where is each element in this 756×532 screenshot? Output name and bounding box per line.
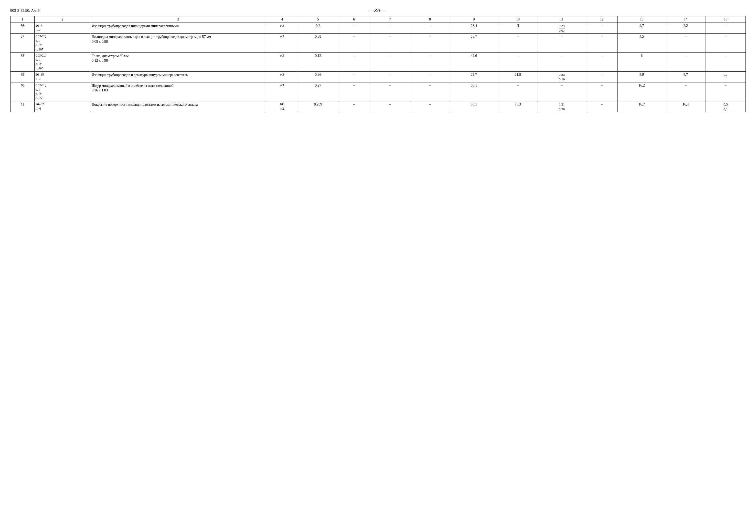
table-row: 39 26–154–2 Изоляция трубопроводов и арм… [11,71,746,82]
row-38-col3: То же, диаметром 89 мм0,12 х 0,98 [90,52,266,71]
row-38-col7: – [370,52,410,71]
row-41-col12: – [586,101,618,112]
row-38-col4: м3 [266,52,298,71]
col-header-9: 9 [450,16,498,23]
col-header-2: 2 [34,16,90,23]
row-36-col12: – [586,23,618,34]
row-41-col11-frac: 1,21 0,38 [559,102,565,111]
row-36-col3: Изоляция трубопроводов цилиндрами минера… [90,23,266,34]
row-40-col8: – [410,82,450,101]
row-41-col10: 78,3 [498,101,538,112]
row-39-col7: – [370,71,410,82]
row-36-col8: – [410,23,450,34]
row-40-col13: 16,2 [618,82,666,101]
col-header-12: 12 [586,16,618,23]
col-header-4: 4 [266,16,298,23]
row-39-col11-frac: 0,33 0,10 [559,73,565,81]
row-39-col13: 5,9 [618,71,666,82]
row-36-col6: – [338,23,370,34]
row-39-col5: 0,26 [298,71,338,82]
row-37-col8: – [410,34,450,52]
header-row: 1 2 3 4 5 6 7 8 9 10 11 12 13 14 15 [11,16,746,23]
row-41-col8: – [410,101,450,112]
row-39-col2: 26–154–2 [34,71,90,82]
table-row: 41 26–62II–6 Покрытие поверхности изоляц… [11,101,746,112]
col-header-5: 5 [298,16,338,23]
row-39-col14: 5,7 [666,71,706,82]
row-36-col11: 0,24 0,07 [538,23,586,34]
page-ref: 903-2-32.90. Ал. 5 [10,9,40,13]
col-header-7: 7 [370,16,410,23]
col-header-10: 10 [498,16,538,23]
col-header-6: 6 [338,16,370,23]
row-36-col11-frac: 0,24 0,07 [559,24,565,33]
row-39-col12: – [586,71,618,82]
row-40-col7: – [370,82,410,101]
row-38-col9: 49,6 [450,52,498,71]
row-37-col2: ССРСЦч. Iр. IУп. 207 [34,34,90,52]
row-38-col11: – [538,52,586,71]
table-row: 37 ССРСЦч. Iр. IУп. 207 Цилиндры минерал… [11,34,746,52]
row-40-col2: ССРСЦч. Iр. IУп. 350 [34,82,90,101]
row-36-col10: II [498,23,538,34]
row-36-col4: м3 [266,23,298,34]
page-number: —36— [369,8,386,13]
row-41-col4: 100м2 [266,101,298,112]
row-38-col15: – [706,52,745,71]
row-36-col5: 0,2 [298,23,338,34]
row-41-col15-frac: 0,3 0,1 [723,102,728,111]
row-39-col15-frac: 0,1 – [724,73,728,81]
row-40-col12: – [586,82,618,101]
row-40-col6: – [338,82,370,101]
row-36-col15: – [706,23,745,34]
row-38-col2: ССРСЦч. Iр. IУп. 208 [34,52,90,71]
col-header-15: 15 [706,16,745,23]
row-41-col11: 1,21 0,38 [538,101,586,112]
row-38-col14: – [666,52,706,71]
row-39-col1: 39 [11,71,35,82]
row-41-col2: 26–62II–6 [34,101,90,112]
row-37-col12: – [586,34,618,52]
row-37-col11: – [538,34,586,52]
row-36-col14: 2,2 [666,23,706,34]
row-39-col10: 21,8 [498,71,538,82]
row-40-col1: 40 [11,82,35,101]
row-40-col15: – [706,82,745,101]
row-37-col14: – [666,34,706,52]
row-38-col10: – [498,52,538,71]
row-37-col10: – [498,34,538,52]
row-39-col11: 0,33 0,10 [538,71,586,82]
col-header-14: 14 [666,16,706,23]
row-38-col13: 6 [618,52,666,71]
table-row: 36 26–72–7 Изоляция трубопроводов цилинд… [11,23,746,34]
row-39-col8: – [410,71,450,82]
row-36-col1: 36 [11,23,35,34]
col-header-3: 3 [90,16,266,23]
row-38-col12: – [586,52,618,71]
row-40-col10: – [498,82,538,101]
row-41-col7: – [370,101,410,112]
row-38-col5: 0,12 [298,52,338,71]
row-40-col9: 60,1 [450,82,498,101]
row-36-col7: – [370,23,410,34]
row-41-col5: 0,209 [298,101,338,112]
main-table: 1 2 3 4 5 6 7 8 9 10 11 12 13 14 15 36 2… [10,16,746,112]
row-39-col3: Изоляция трубопроводов и арматуры шнуром… [90,71,266,82]
row-39-col15: 0,1 – [706,71,745,82]
row-37-col9: 56,7 [450,34,498,52]
col-header-13: 13 [618,16,666,23]
row-37-col3: Цилиндры минерало­ватные для изоля­ции т… [90,34,266,52]
row-40-col3: Шнур минераловат­ный в оплётке из нити с… [90,82,266,101]
row-37-col7: – [370,34,410,52]
row-41-col15: 0,3 0,1 [706,101,745,112]
table-row: 38 ССРСЦч. Iр. IУп. 208 То же, диаметром… [11,52,746,71]
row-41-col3: Покрытие поверхности изоляции листами из… [90,101,266,112]
row-37-col4: м3 [266,34,298,52]
row-41-col14: 16,4 [666,101,706,112]
row-40-col5: 0,27 [298,82,338,101]
row-38-col6: – [338,52,370,71]
row-39-col6: – [338,71,370,82]
row-40-col14: – [666,82,706,101]
col-header-1: 1 [11,16,35,23]
row-41-col6: – [338,101,370,112]
